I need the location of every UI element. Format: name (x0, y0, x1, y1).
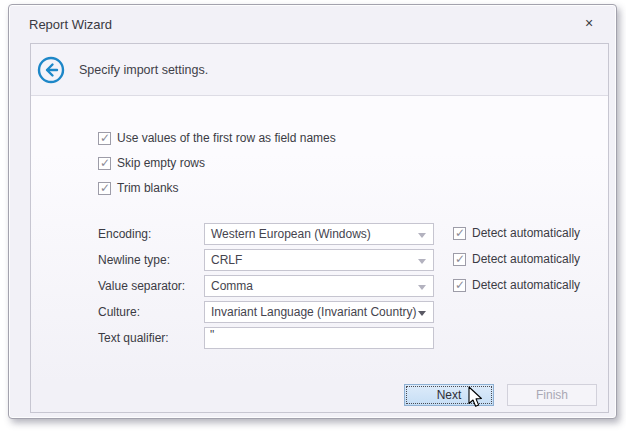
form-row: Value separator: Comma Detect automatica… (31, 275, 608, 297)
value-separator-dropdown[interactable]: Comma (204, 275, 434, 297)
form-row: Newline type: CRLF Detect automatically (31, 249, 608, 271)
field-label: Newline type: (98, 253, 170, 267)
dropdown-value: Comma (205, 276, 433, 296)
dropdown-value: Western European (Windows) (205, 224, 433, 244)
form-row: Text qualifier: (31, 327, 608, 349)
detect-encoding-checkbox[interactable] (453, 227, 466, 240)
chevron-down-icon (418, 259, 426, 264)
newline-type-dropdown[interactable]: CRLF (204, 249, 434, 271)
detect-separator-checkbox[interactable] (453, 279, 466, 292)
text-qualifier-input[interactable] (204, 327, 434, 349)
encoding-dropdown[interactable]: Western European (Windows) (204, 223, 434, 245)
back-arrow-icon[interactable] (37, 56, 65, 84)
detect-row: Detect automatically (453, 278, 580, 292)
page-title: Specify import settings. (79, 63, 208, 77)
close-icon[interactable]: × (580, 15, 598, 33)
dropdown-value: Invariant Language (Invariant Country) (205, 302, 433, 322)
form-row: Culture: Invariant Language (Invariant C… (31, 301, 608, 323)
culture-dropdown[interactable]: Invariant Language (Invariant Country) (204, 301, 434, 323)
chevron-down-icon (418, 233, 426, 238)
option-row: Skip empty rows (98, 155, 205, 171)
checkbox-label: Use values of the first row as field nam… (117, 131, 336, 145)
option-row: Trim blanks (98, 180, 179, 196)
detect-row: Detect automatically (453, 226, 580, 240)
window-title: Report Wizard (29, 17, 112, 32)
report-wizard-dialog: Report Wizard × Specify import settings.… (8, 4, 617, 419)
detect-row: Detect automatically (453, 252, 580, 266)
chevron-down-icon (418, 285, 426, 290)
next-button[interactable]: Next (404, 384, 494, 406)
trim-blanks-checkbox[interactable] (98, 182, 111, 195)
field-label: Value separator: (98, 279, 185, 293)
wizard-panel: Specify import settings. Use values of t… (30, 43, 609, 413)
field-label: Encoding: (98, 227, 151, 241)
wizard-header: Specify import settings. (31, 44, 608, 96)
checkbox-label: Detect automatically (472, 252, 580, 266)
option-row: Use values of the first row as field nam… (98, 130, 336, 146)
field-label: Text qualifier: (98, 331, 169, 345)
chevron-down-icon (418, 311, 426, 316)
use-first-row-checkbox[interactable] (98, 132, 111, 145)
finish-button[interactable]: Finish (507, 384, 597, 406)
checkbox-label: Trim blanks (117, 181, 179, 195)
detect-newline-checkbox[interactable] (453, 253, 466, 266)
checkbox-label: Detect automatically (472, 226, 580, 240)
skip-empty-rows-checkbox[interactable] (98, 157, 111, 170)
checkbox-label: Detect automatically (472, 278, 580, 292)
checkbox-label: Skip empty rows (117, 156, 205, 170)
titlebar: Report Wizard × (9, 5, 616, 43)
dropdown-value: CRLF (205, 250, 433, 270)
form-row: Encoding: Western European (Windows) Det… (31, 223, 608, 245)
field-label: Culture: (98, 305, 140, 319)
